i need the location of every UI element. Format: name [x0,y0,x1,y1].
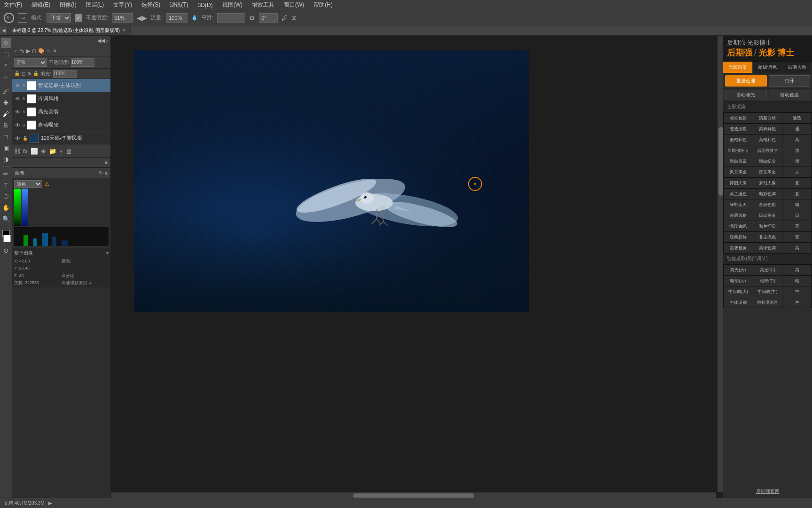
rp-smart-item-7[interactable]: 中间调(中) [753,286,782,297]
menu-item-select[interactable]: 选择(S) [140,0,162,10]
add-mask-icon[interactable]: ⬜ [31,148,38,155]
rp-smart-item-5[interactable]: 暗 [782,276,812,286]
panel-menu-icon[interactable]: ≡ [106,38,109,44]
rp-color-item-8[interactable]: 高 [782,135,812,145]
heal-tool-icon[interactable]: ✚ [1,97,11,108]
rp-color-item-21[interactable]: 莫兰迪色 [724,189,753,199]
layer-eye-icon-2[interactable]: 👁 [14,109,21,115]
rp-color-item-7[interactable]: 高饱和色 [753,135,782,145]
rp-color-item-24[interactable]: 绿野蓝天 [724,199,753,210]
rp-color-item-26[interactable]: 幽 [782,199,812,210]
auto-color-button[interactable]: 自动色温 [769,90,811,100]
rp-color-item-14[interactable]: 黑 [782,156,812,167]
symmetry-icon[interactable]: ⧖ [292,14,297,22]
rp-smart-item-4[interactable]: 暗部(中) [753,276,782,286]
new-layer-icon[interactable]: + [59,148,63,155]
background-color[interactable] [3,235,11,242]
rp-color-item-29[interactable]: 日 [782,210,812,221]
rp-color-item-15[interactable]: 风景黑金 [724,167,753,177]
rp-smart-item-0[interactable]: 高光(大) [724,265,753,275]
rp-color-item-38[interactable]: 高 [782,243,812,253]
menu-item-help[interactable]: 帮助(H) [312,0,335,10]
menu-item-filter[interactable]: 滤镜(T) [168,0,190,10]
layer-opacity-input[interactable] [71,58,94,67]
mode-select[interactable]: 正常 [47,13,71,23]
rp-color-item-6[interactable]: 低饱和色 [724,135,753,145]
rp-color-item-11[interactable]: 黑 [782,145,812,156]
rp-color-item-27[interactable]: 冷调风格 [724,210,753,221]
rp-color-item-22[interactable]: 电影色调 [753,189,782,199]
rp-smart-item-3[interactable]: 暗部(大) [724,276,753,286]
rp-color-item-3[interactable]: 透透淡彩 [724,124,753,134]
adjustment-layer-icon[interactable]: ⊕ [41,148,46,155]
rp-smart-item-11[interactable]: 色 [782,297,812,308]
eyedropper-icon[interactable]: 🖊 [1,86,11,96]
rp-color-item-35[interactable]: 宝 [782,232,812,242]
histogram-mode-icon[interactable]: ▾ [106,249,109,257]
lasso-tool-icon[interactable]: ⌖ [1,60,11,71]
layer-item-0[interactable]: 👁 8 智能选取·主体识别 [12,79,110,92]
rp-color-item-36[interactable]: 温馨雅黄 [724,243,753,253]
hand-tool-icon[interactable]: ✋ [1,202,11,213]
crop-tool-icon[interactable]: ⊹ [1,71,11,82]
fill-value-input[interactable] [53,70,77,78]
link-layers-icon[interactable]: ⛓ [14,148,20,155]
gradient-tool-icon[interactable]: ▣ [1,143,11,153]
horizontal-scroll-thumb[interactable] [353,493,474,498]
layer-item-bg[interactable]: 👁 🔒 126天鹅-李雅民摄 [12,132,110,145]
vertical-scrollbar[interactable] [717,36,723,492]
rp-color-item-5[interactable]: 通 [782,124,812,134]
layer-eye-icon-1[interactable]: 👁 [14,95,21,102]
rp-color-item-19[interactable]: 梦幻人像 [753,178,782,188]
layer-eye-icon-bg[interactable]: 👁 [14,135,21,142]
rp-color-item-31[interactable]: 咖色怀旧 [753,221,782,231]
rp-color-item-23[interactable]: 复 [782,189,812,199]
pen-tool-icon[interactable]: ✏ [1,168,11,179]
new-group-icon[interactable]: 📁 [49,148,56,155]
canvas-area[interactable] [111,36,723,498]
rp-color-item-33[interactable]: 经典胶片 [724,232,753,242]
color-dots-icon[interactable]: ⊙ [1,245,11,255]
color-refresh-icon[interactable]: ↻ [99,170,103,176]
rp-color-item-25[interactable]: 金秋色彩 [753,199,782,210]
rp-color-item-12[interactable]: 黑白风景 [724,156,753,167]
rp-color-item-34[interactable]: 非主流色 [753,232,782,242]
flow-icon[interactable]: 💧 [191,15,198,21]
path-icon[interactable]: ✕ [53,48,57,54]
batch-process-button[interactable]: 批量处理 [725,75,767,87]
tab-close-icon[interactable]: × [123,28,125,33]
panel-more-icon[interactable]: ≡ [105,160,108,165]
arrow-left-icon[interactable]: ◀ [0,25,8,35]
rp-color-item-20[interactable]: 复 [782,178,812,188]
rp-color-item-18[interactable]: 怀旧人像 [724,178,753,188]
menu-item-file[interactable]: 文件(F) [2,0,24,10]
rp-color-item-28[interactable]: 日出黄金 [753,210,782,221]
opacity-toggle[interactable]: ◀▶ [137,14,147,22]
smooth-input[interactable] [217,13,245,23]
rp-smart-item-9[interactable]: 主体识别 [724,297,753,308]
eraser-tool-icon[interactable]: ◻ [1,131,11,142]
rp-color-item-30[interactable]: 流行nis风 [724,221,753,231]
rp-color-item-16[interactable]: 夜景黑金 [753,167,782,177]
rp-tab-2[interactable]: 后期大师 [782,62,812,73]
rp-smart-item-2[interactable]: 高 [782,265,812,275]
open-button[interactable]: 打开 [769,75,811,87]
layer-item-2[interactable]: 👁 8 高光突翁 [12,105,110,119]
layer-blend-mode[interactable]: 正常 [14,58,47,67]
rp-color-item-13[interactable]: 黑白纪实 [753,156,782,167]
rp-tab-0[interactable]: 光影渲染 [723,62,753,73]
history-icon[interactable]: ↩ [14,48,18,54]
horizontal-scrollbar[interactable] [111,492,716,498]
rp-color-item-1[interactable]: 清新自然 [753,113,782,123]
clone-tool-icon[interactable]: ⎘ [1,120,11,130]
layer-eye-icon-0[interactable]: 👁 [14,82,21,89]
flow-input[interactable] [166,13,187,23]
rp-smart-item-6[interactable]: 中间调(大) [724,286,753,297]
paint-icon[interactable]: 🎨 [38,48,45,54]
color-panel-menu-icon[interactable]: ≡ [105,170,108,176]
fx-icon[interactable]: fx [20,48,24,54]
rp-color-item-4[interactable]: 柔和鲜艳 [753,124,782,134]
delete-layer-icon[interactable]: 🗑 [66,148,72,155]
move-tool-icon[interactable]: ✢ [1,38,11,48]
layer-eye-icon-3[interactable]: 👁 [14,122,21,128]
